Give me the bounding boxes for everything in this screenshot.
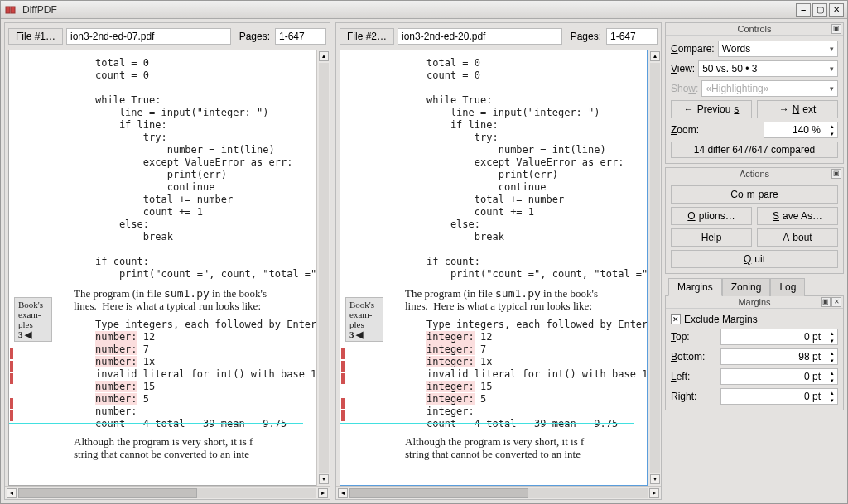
svg-rect-0: [6, 7, 10, 13]
trailing-paragraph: Although the program is very short, it i…: [74, 435, 309, 460]
diff-marker: [10, 398, 13, 409]
pages1-label: Pages:: [234, 31, 272, 42]
dock-float-icon[interactable]: ▣: [831, 169, 841, 179]
previous-button[interactable]: ←Previous: [671, 100, 752, 118]
exclude-margins-checkbox[interactable]: ✕: [671, 314, 681, 324]
tab-zoning[interactable]: Zoning: [722, 278, 771, 296]
dock-float-icon[interactable]: ▣: [831, 24, 841, 34]
tab-margins[interactable]: Margins: [668, 278, 722, 296]
about-button[interactable]: About: [757, 228, 838, 247]
scroll-right-icon[interactable]: ▸: [649, 488, 659, 498]
app-window: DiffPDF ‒ ▢ ✕ File #1… ion3-2nd-ed-07.pd…: [0, 0, 848, 504]
diff-marker: [341, 361, 344, 372]
file1-button[interactable]: File #1…: [8, 28, 63, 45]
quit-button[interactable]: Quit: [671, 250, 838, 268]
minimize-button[interactable]: ‒: [796, 3, 811, 17]
diff-marker: [10, 410, 13, 421]
right-sidebar: Controls ▣ Compare: Words▾ View: 50 vs. …: [663, 19, 847, 503]
left-label: Left:: [671, 371, 717, 382]
right-pane: File #2… ion3-2nd-ed-20.pdf Pages: 1-647…: [335, 22, 662, 500]
page-view-right[interactable]: total = 0 count = 0 while True: line = i…: [340, 50, 648, 486]
scroll-down-icon[interactable]: ▾: [650, 474, 660, 484]
view-label: View:: [671, 63, 695, 74]
margin-guide-line: [340, 423, 634, 424]
scroll-left-icon[interactable]: ◂: [338, 488, 348, 498]
diff-marker: [341, 410, 344, 421]
chevron-down-icon: ▾: [830, 45, 834, 53]
scroll-thumb[interactable]: [349, 488, 528, 498]
compare-label: Compare:: [671, 43, 715, 55]
page-view-left[interactable]: total = 0 count = 0 while True: line = i…: [8, 50, 316, 486]
maximize-button[interactable]: ▢: [812, 3, 827, 17]
left-pane: File #1… ion3-2nd-ed-07.pdf Pages: 1-647…: [4, 22, 330, 500]
spin-down-icon[interactable]: ▾: [826, 396, 837, 404]
spin-up-icon[interactable]: ▴: [826, 389, 837, 396]
close-button[interactable]: ✕: [829, 3, 844, 17]
margins-title: Margins: [738, 297, 770, 307]
scroll-up-icon[interactable]: ▴: [650, 51, 660, 61]
diff-marker: [10, 348, 13, 359]
scroll-thumb[interactable]: [18, 488, 197, 498]
spin-up-icon[interactable]: ▴: [826, 369, 837, 377]
diff-marker: [341, 398, 344, 409]
paragraph-intro: The program (in file sum1.py in the book…: [405, 287, 640, 312]
chevron-down-icon: ▾: [830, 84, 834, 93]
compare-combo[interactable]: Words▾: [718, 41, 838, 57]
show-combo: «Highlighting»▾: [701, 80, 838, 97]
help-button[interactable]: Help: [671, 228, 752, 247]
right-horizontal-scrollbar[interactable]: ◂ ▸: [336, 486, 661, 499]
titlebar[interactable]: DiffPDF ‒ ▢ ✕: [1, 1, 847, 19]
spin-down-icon[interactable]: ▾: [826, 337, 837, 344]
arrow-left-icon: ←: [684, 103, 694, 115]
pages2-input[interactable]: 1-647: [606, 28, 658, 45]
margin-guide-line: [9, 423, 303, 424]
saveas-button[interactable]: Save As…: [757, 207, 838, 225]
spin-down-icon[interactable]: ▾: [826, 130, 837, 137]
diff-marker: [10, 373, 13, 384]
actions-dock: Actions ▣ Compare Options… Save As… Help…: [665, 167, 844, 274]
book-example-tag: Book's exam- ples 3 ◀: [14, 297, 52, 342]
file1-path[interactable]: ion3-2nd-ed-07.pdf: [66, 28, 231, 45]
left-horizontal-scrollbar[interactable]: ◂ ▸: [5, 486, 330, 499]
spin-up-icon[interactable]: ▴: [826, 349, 837, 357]
code-left: total = 0 count = 0 while True: line = i…: [95, 57, 309, 281]
paragraph-intro: The program (in file sum1.py in the book…: [74, 287, 309, 312]
run-label-left: Type integers, each followed by Enter;: [95, 319, 309, 331]
right-label: Right:: [671, 391, 717, 402]
options-button[interactable]: Options…: [671, 207, 752, 225]
dock-close-icon[interactable]: ✕: [831, 297, 841, 307]
scroll-right-icon[interactable]: ▸: [318, 488, 328, 498]
scroll-up-icon[interactable]: ▴: [319, 51, 329, 61]
code-right: total = 0 count = 0 while True: line = i…: [426, 57, 640, 281]
trailing-paragraph: Although the program is very short, it i…: [405, 435, 640, 460]
dock-float-icon[interactable]: ▣: [821, 297, 831, 307]
diff-marker: [10, 361, 13, 372]
lower-tabs-area: Margins Zoning Log Margins ▣✕ ✕ Exclude …: [665, 277, 844, 410]
diff-marker: [341, 373, 344, 384]
actions-title: Actions: [740, 169, 769, 179]
scroll-left-icon[interactable]: ◂: [7, 488, 17, 498]
view-combo[interactable]: 50 vs. 50 • 3▾: [698, 60, 838, 77]
spin-down-icon[interactable]: ▾: [826, 377, 837, 384]
top-spinbox[interactable]: 0 pt▴▾: [720, 329, 838, 345]
controls-dock: Controls ▣ Compare: Words▾ View: 50 vs. …: [665, 22, 844, 164]
spin-down-icon[interactable]: ▾: [826, 357, 837, 364]
right-spinbox[interactable]: 0 pt▴▾: [720, 388, 838, 405]
show-label: Show:: [671, 83, 698, 94]
pages2-label: Pages:: [566, 31, 603, 42]
pages1-input[interactable]: 1-647: [275, 28, 326, 45]
next-button[interactable]: →Next: [757, 100, 838, 118]
zoom-spinbox[interactable]: 140 % ▴▾: [764, 122, 838, 138]
left-vertical-scrollbar[interactable]: ▴ ▾: [316, 50, 330, 486]
left-spinbox[interactable]: 0 pt▴▾: [720, 368, 838, 385]
file2-path[interactable]: ion3-2nd-ed-20.pdf: [398, 28, 562, 45]
tab-log[interactable]: Log: [770, 278, 805, 296]
spin-up-icon[interactable]: ▴: [826, 122, 837, 130]
bottom-spinbox[interactable]: 98 pt▴▾: [720, 348, 838, 365]
compare-button[interactable]: Compare: [671, 185, 838, 204]
right-vertical-scrollbar[interactable]: ▴ ▾: [648, 50, 661, 486]
arrow-right-icon: →: [779, 103, 789, 115]
scroll-down-icon[interactable]: ▾: [319, 474, 329, 484]
file2-button[interactable]: File #2…: [340, 28, 394, 45]
spin-up-icon[interactable]: ▴: [826, 329, 837, 337]
